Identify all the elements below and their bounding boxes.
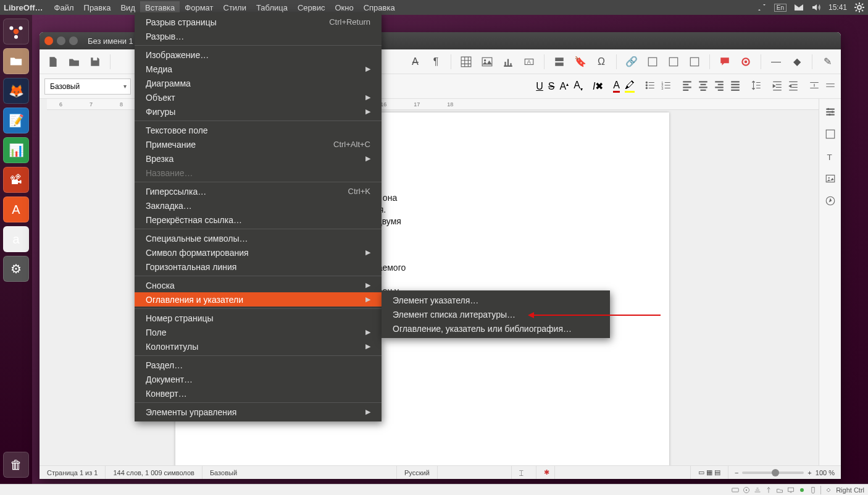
image-button[interactable] [478,53,496,70]
comment-button[interactable] [716,53,733,70]
launcher-amazon[interactable]: a [3,226,29,252]
insert-menu-item[interactable]: Фигуры▶ [135,104,382,119]
basic-shapes-button[interactable]: ◆ [788,53,806,70]
table-button[interactable] [457,53,475,70]
decrease-indent-button[interactable] [788,80,799,93]
track-changes-button[interactable] [737,53,754,70]
zoom-control[interactable]: − + 100 % [728,469,841,476]
status-signature[interactable] [555,466,691,479]
launcher-settings[interactable]: ⚙ [3,256,29,282]
clear-format-button[interactable]: A̶ [406,53,424,70]
insert-menu-item[interactable]: Объект▶ [135,90,382,104]
status-selection-mode[interactable]: ⌶ [512,466,536,479]
crossref-button[interactable] [686,53,703,70]
paragraph-style-combo[interactable]: Базовый [44,78,131,95]
status-page[interactable]: Страница 1 из 1 [40,466,106,479]
increase-indent-button[interactable] [772,80,783,93]
insert-menu-item[interactable]: Колонтитулы▶ [135,339,382,353]
align-center-button[interactable] [698,80,709,93]
special-char-button[interactable]: Ω [593,53,610,70]
menu-file[interactable]: Файл [49,1,79,14]
strikethrough-button[interactable]: S [548,81,555,92]
numbering-button[interactable]: 123 [661,80,672,93]
highlight-color-button[interactable]: 🖍 [625,80,635,93]
zoom-value[interactable]: 100 % [816,469,835,476]
insert-menu-item[interactable]: Номер страницы [135,311,382,325]
clear-direct-format-button[interactable]: I✖ [593,80,603,92]
launcher-trash[interactable]: 🗑 [3,452,29,478]
hyperlink-button[interactable]: 🔗 [623,53,640,70]
status-pagestyle[interactable]: Базовый [202,466,397,479]
save-button[interactable] [86,53,104,70]
insert-menu-item[interactable]: Документ… [135,372,382,386]
chart-button[interactable] [499,53,517,70]
keyboard-lang[interactable]: En [774,4,787,12]
insert-menu-item[interactable]: Медиа▶ [135,62,382,76]
insert-menu-item[interactable]: Текстовое поле [135,123,382,137]
mail-icon[interactable] [794,2,804,12]
status-view-icons[interactable]: ▭ ▦ ▤ [691,466,728,479]
sidebar-properties-icon[interactable] [824,127,837,141]
subscript-button[interactable]: A▾ [574,80,583,92]
volume-icon[interactable] [811,2,821,12]
insert-menu-item[interactable]: ПримечаниеCtrl+Alt+C [135,137,382,151]
insert-menu-item[interactable]: Разрыв… [135,29,382,43]
sidebar-settings-icon[interactable] [824,105,837,119]
insert-menu-item[interactable]: Элементы управления▶ [135,405,382,419]
line-spacing-button[interactable] [751,80,762,93]
launcher-impress[interactable]: 📽 [3,167,29,193]
insert-menu-item[interactable]: Раздел… [135,358,382,372]
underline-button[interactable]: U [536,81,543,92]
insert-menu-item[interactable]: Сноска▶ [135,278,382,292]
status-words[interactable]: 144 слов, 1 009 символов [106,466,202,479]
insert-menu-item[interactable]: Горизонтальная линия [135,260,382,274]
superscript-button[interactable]: A▴ [560,81,569,92]
status-insert-mode[interactable] [438,466,512,479]
window-close-button[interactable] [44,36,53,45]
insert-menu-item[interactable]: Поле▶ [135,325,382,339]
launcher-dash[interactable] [3,19,29,44]
launcher-firefox[interactable]: 🦊 [3,78,29,104]
insert-menu-item[interactable]: Врезка▶ [135,151,382,166]
open-button[interactable] [65,53,83,70]
submenu-toc-dialog[interactable]: Оглавление, указатель или библиография… [382,321,610,336]
sidebar-navigator-icon[interactable] [824,194,837,208]
status-lang[interactable]: Русский [397,466,438,479]
insert-menu-item[interactable]: Закладка… [135,198,382,213]
menu-edit[interactable]: Правка [79,1,116,14]
align-right-button[interactable] [714,80,725,93]
draw-functions-button[interactable]: ✎ [819,53,836,70]
launcher-writer[interactable]: 📝 [3,108,29,133]
sidebar-styles-icon[interactable]: T [824,150,837,163]
launcher-software[interactable]: A [3,197,29,222]
endnote-button[interactable] [665,53,682,70]
new-button[interactable] [44,53,62,70]
insert-menu-item[interactable]: Гиперссылка…Ctrl+K [135,184,382,198]
insert-menu-item[interactable]: Специальные символы… [135,231,382,245]
bookmark-button[interactable]: 🔖 [572,53,589,70]
line-shape-button[interactable]: ― [767,53,785,70]
insert-menu-item[interactable]: Диаграмма [135,76,382,90]
align-justify-button[interactable] [730,80,741,93]
pagebreak-button[interactable] [551,53,568,70]
bullets-button[interactable] [645,80,656,93]
insert-menu-item[interactable]: Разрыв страницыCtrl+Return [135,15,382,29]
launcher-files[interactable] [3,48,29,74]
network-icon[interactable] [757,2,767,12]
insert-menu-item[interactable]: Изображение… [135,48,382,62]
submenu-index-entry[interactable]: Элемент указателя… [382,293,610,307]
footnote-button[interactable] [644,53,661,70]
align-left-button[interactable] [682,80,693,93]
status-doc-modified[interactable]: ✱ [536,466,555,479]
insert-menu-item[interactable]: Символ форматирования▶ [135,245,382,260]
sidebar-gallery-icon[interactable] [824,172,837,185]
window-min-button[interactable] [57,36,65,45]
textbox-button[interactable]: A [520,53,538,70]
gear-icon[interactable] [854,2,864,12]
clock[interactable]: 15:41 [828,3,847,12]
insert-menu-item[interactable]: Оглавления и указатели▶ [135,292,382,307]
para-spacing-inc-button[interactable] [809,80,820,93]
font-color-button[interactable]: A [613,80,620,93]
launcher-calc[interactable]: 📊 [3,137,29,163]
paragraph-marks-button[interactable]: ¶ [427,53,444,70]
